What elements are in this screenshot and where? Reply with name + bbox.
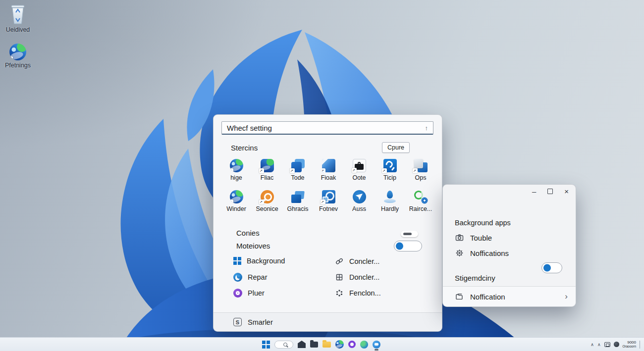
- app-tile-hardly[interactable]: Hardly: [375, 190, 405, 212]
- setting-label-moteioves: Moteioves: [236, 242, 270, 250]
- minimize-icon[interactable]: –: [532, 188, 536, 195]
- taskbar-clock[interactable]: 9000 Oraooorn: [623, 340, 636, 349]
- taskbar-app-edge[interactable]: [335, 340, 344, 349]
- app-tile-ops[interactable]: Ops: [405, 159, 436, 181]
- cpure-button[interactable]: Cpure: [382, 142, 410, 153]
- paper-plane-circle-icon: [353, 190, 366, 203]
- purple-ring-icon: [348, 341, 356, 348]
- recycle-bin-icon: [9, 3, 27, 25]
- popup-item-label: Touble: [470, 234, 492, 242]
- app-tile-label: Winder: [226, 205, 246, 212]
- shortcut-arrow-icon: [322, 168, 325, 172]
- desktop-icon-recycle-bin[interactable]: Ueidived: [0, 3, 36, 33]
- shortcut-arrow-icon: [321, 200, 325, 204]
- app-tile-winder[interactable]: Winder: [221, 190, 252, 212]
- edge-swirl-icon: [230, 190, 243, 203]
- app-tile-label: Oote: [352, 174, 366, 181]
- chat-circle-icon: [373, 341, 380, 349]
- option-background[interactable]: Background: [233, 257, 285, 265]
- volume-icon[interactable]: [614, 342, 619, 347]
- option-label: Concler...: [349, 257, 379, 265]
- search-panel-footer[interactable]: S Smarler: [214, 312, 442, 331]
- stigemdciny-toggle[interactable]: [541, 262, 562, 273]
- moteioves-toggle[interactable]: [394, 241, 422, 251]
- mini-slider[interactable]: [401, 231, 418, 237]
- chevron-up-icon[interactable]: ∧: [597, 342, 601, 347]
- popup-item-touble[interactable]: Touble: [455, 233, 492, 242]
- close-icon[interactable]: ×: [564, 188, 569, 195]
- show-desktop-divider[interactable]: [640, 341, 640, 349]
- popup-footer-label: Noffication: [470, 293, 505, 301]
- stacked-squares-icon: [291, 159, 305, 172]
- app-tile-auss[interactable]: Auss: [344, 190, 375, 212]
- app-tile-label: Seonice: [256, 205, 278, 212]
- taskbar-app-file-explorer[interactable]: [322, 342, 331, 348]
- app-tile-oote[interactable]: Oote: [344, 159, 375, 181]
- option-repar[interactable]: Repar: [233, 273, 268, 282]
- window-controls: – ×: [532, 188, 569, 195]
- drop-pin-icon: [383, 190, 397, 203]
- camera-outline-icon: [455, 233, 464, 242]
- arrow-up-icon[interactable]: ↑: [425, 125, 429, 131]
- app-tile-ghracis[interactable]: Ghracis: [282, 190, 313, 212]
- edge-swirl-icon: [230, 159, 243, 172]
- option-pluer[interactable]: Pluer: [233, 289, 265, 298]
- app-tile-hige[interactable]: hige: [221, 159, 252, 181]
- orange-ring-icon: [261, 190, 274, 203]
- taskbar-app-folder-dark[interactable]: [310, 342, 318, 348]
- maximize-icon[interactable]: [547, 189, 553, 194]
- desktop-icon-label: Ueidived: [6, 26, 30, 33]
- taskbar-app-house[interactable]: [298, 341, 306, 348]
- monitor-icon: [291, 190, 305, 203]
- toggle-section-label: Stigemdciny: [455, 274, 495, 282]
- app-tile-label: hige: [230, 174, 242, 181]
- taskbar: ∧ ∧ 9000 Oraooorn: [0, 337, 644, 351]
- s-badge-icon: S: [233, 318, 242, 326]
- start-button[interactable]: [262, 341, 270, 349]
- app-tile-fliac[interactable]: Fliac: [252, 159, 282, 181]
- display-icon[interactable]: [604, 342, 610, 347]
- clock-date: Oraooorn: [623, 345, 636, 348]
- blue-orb-icon: [233, 273, 242, 282]
- windows-logo-icon: [262, 341, 270, 349]
- app-tile-label: Auss: [352, 205, 366, 212]
- app-tile-seonice[interactable]: Seonice: [252, 190, 282, 212]
- app-tile-label: Tode: [291, 174, 304, 181]
- app-tile-fioak[interactable]: Fioak: [313, 159, 344, 181]
- green-ring-gear-icon: [414, 190, 428, 203]
- desktop-icon-edge[interactable]: Pfetnings: [0, 44, 36, 69]
- desktop-icon-label: Pfetnings: [5, 62, 31, 69]
- app-tile-ticip[interactable]: Ticip: [375, 159, 405, 181]
- shortcut-arrow-icon: [9, 56, 13, 60]
- option-doncler[interactable]: Doncler...: [335, 273, 379, 282]
- chevron-right-icon: ›: [565, 292, 568, 301]
- link-icon: [335, 257, 344, 266]
- briefcase-icon: [353, 159, 366, 172]
- folder-dark-icon: [310, 342, 318, 348]
- shortcut-arrow-icon: [230, 168, 233, 172]
- setting-label-conies: Conies: [236, 229, 260, 237]
- chevron-up-icon[interactable]: ∧: [590, 342, 594, 347]
- app-tile-rairce[interactable]: Rairce...: [405, 190, 436, 212]
- magnifier-icon: [283, 343, 287, 347]
- folder-outline-icon: [455, 292, 464, 301]
- toggle-knob: [543, 264, 551, 272]
- app-tile-fotnev[interactable]: Fotnev: [313, 190, 344, 212]
- popup-item-noffications[interactable]: Noffications: [455, 249, 509, 257]
- taskbar-app-teal[interactable]: [360, 341, 368, 349]
- house-dark-icon: [298, 341, 306, 348]
- shortcut-arrow-icon: [290, 168, 295, 173]
- option-concler[interactable]: Concler...: [335, 257, 379, 266]
- taskbar-search[interactable]: [274, 341, 293, 349]
- option-fenclon[interactable]: Fenclon...: [335, 289, 381, 298]
- option-label: Doncler...: [349, 273, 379, 281]
- camera-square-icon: [322, 190, 335, 203]
- app-tile-label: Ticip: [383, 174, 396, 181]
- taskbar-app-purple-ring[interactable]: [348, 341, 356, 348]
- search-input[interactable]: Whecf setting ↑: [221, 121, 433, 135]
- app-tile-label: Fotnev: [319, 205, 338, 212]
- edge-browser-icon: [9, 44, 26, 60]
- popup-footer-noffication[interactable]: Noffication ›: [443, 286, 576, 306]
- app-tile-tode[interactable]: Tode: [282, 159, 313, 181]
- taskbar-app-chat[interactable]: [373, 341, 380, 349]
